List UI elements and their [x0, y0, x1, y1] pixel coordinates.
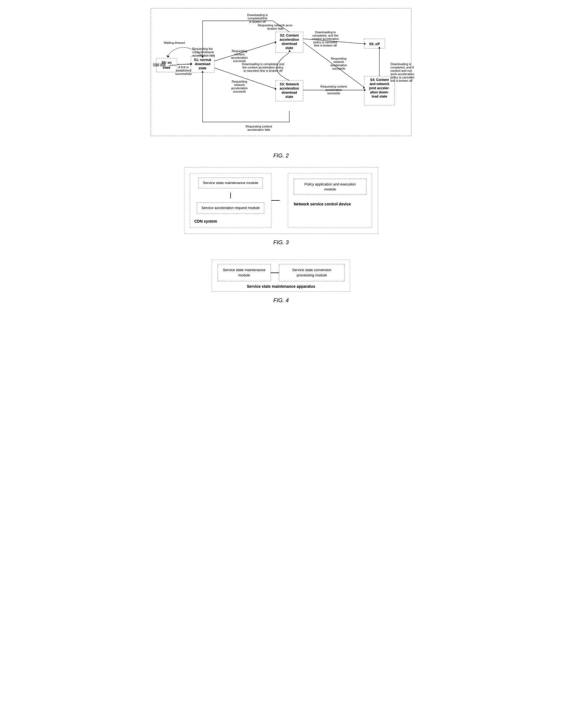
fig4-section: Service state maintenance module Service…: [146, 259, 416, 303]
svg-marker-32: [166, 55, 170, 58]
svg-text:succeeds: succeeds: [332, 67, 345, 70]
fig4-diagram: Service state maintenance module Service…: [212, 259, 350, 291]
svg-marker-77: [202, 71, 204, 73]
svg-text:acceleration: acceleration: [280, 38, 299, 42]
svg-text:A link is: A link is: [178, 65, 189, 69]
svg-text:joint acceler-: joint acceler-: [369, 86, 390, 90]
svg-text:completed, and the: completed, and the: [312, 34, 338, 37]
svg-text:download: download: [281, 91, 297, 95]
svg-text:is canceled /link is broken of: is canceled /link is broken off: [244, 69, 282, 72]
fig4-service-state-maintenance-module: Service state maintenance module: [218, 264, 271, 281]
fig3-label: FIG. 3: [146, 239, 416, 246]
svg-text:User visit: User visit: [153, 62, 166, 66]
svg-text:Requesting: Requesting: [232, 49, 247, 53]
fig4-service-state-conversion-module: Service state conversion processing modu…: [279, 264, 344, 281]
svg-marker-68: [364, 43, 366, 45]
svg-text:acceleration: acceleration: [231, 56, 248, 59]
svg-marker-81: [364, 89, 366, 91]
svg-text:network: network: [333, 60, 344, 63]
fig4-modules-row: Service state maintenance module Service…: [218, 264, 344, 281]
svg-text:acceleration: acceleration: [330, 63, 347, 67]
network-service-box: Policy application and execution module …: [288, 173, 372, 228]
svg-text:S3: Network: S3: Network: [280, 82, 299, 86]
fig3-diagram: Service state maintenance module Service…: [184, 167, 378, 234]
svg-text:work acceleration: work acceleration: [390, 72, 414, 76]
svg-text:Requesting: Requesting: [331, 57, 346, 60]
svg-text:content acceleration: content acceleration: [312, 37, 339, 40]
svg-text:the content acceleration polic: the content acceleration policy: [243, 66, 283, 69]
svg-text:completed, and the: completed, and the: [390, 66, 414, 69]
svg-text:network: network: [234, 83, 245, 86]
svg-text:S4: Content: S4: Content: [370, 78, 388, 82]
svg-text:established: established: [176, 69, 191, 72]
svg-text:leration fails: leration fails: [268, 27, 284, 30]
svg-text:ation down-: ation down-: [370, 90, 388, 94]
fig4-label: FIG. 4: [146, 297, 416, 304]
svg-text:download: download: [195, 62, 210, 66]
cdn-system-label: CDN system: [194, 219, 217, 223]
svg-text:content/network: content/network: [192, 50, 214, 54]
svg-text:succeeds: succeeds: [233, 90, 246, 93]
fig2-section: S0: on state S1: normal download state S…: [146, 6, 416, 159]
page: S0: on state S1: normal download state S…: [146, 6, 416, 304]
svg-text:acceleration: acceleration: [280, 86, 299, 90]
fig2-diagram: S0: on state S1: normal download state S…: [148, 6, 414, 150]
svg-text:Waiting-timeout: Waiting-timeout: [164, 41, 185, 44]
svg-text:is broken off: is broken off: [249, 20, 266, 23]
svg-text:acceleration: acceleration: [325, 88, 342, 91]
vertical-connector: [230, 193, 231, 198]
svg-text:Downloading is: Downloading is: [247, 13, 268, 17]
svg-text:Downloading is completed, and: Downloading is completed, and: [242, 62, 284, 66]
fig3-section: Service state maintenance module Service…: [146, 167, 416, 246]
svg-text:Requesting content: Requesting content: [246, 125, 272, 128]
svg-text:load state: load state: [372, 95, 387, 98]
svg-text:content and net-: content and net-: [390, 69, 413, 72]
svg-text:Requesting: Requesting: [232, 80, 247, 83]
svg-text:/link is broken off: /link is broken off: [314, 44, 337, 47]
service-acceleration-request-module: Service acceleration request module: [197, 202, 264, 213]
svg-text:successfully: successfully: [175, 72, 192, 75]
svg-text:state: state: [285, 95, 293, 99]
horizontal-connector: [271, 200, 280, 201]
svg-text:Downloading is: Downloading is: [315, 30, 336, 34]
svg-text:S2: Content: S2: Content: [280, 34, 298, 37]
svg-marker-85: [288, 50, 291, 52]
svg-text:S1: normal: S1: normal: [194, 58, 211, 62]
fig3-outer-box: Service state maintenance module Service…: [184, 167, 378, 234]
svg-text:Downloading is: Downloading is: [390, 62, 411, 66]
svg-text:acceleration fails: acceleration fails: [192, 54, 215, 57]
svg-text:policy is canceled: policy is canceled: [313, 40, 337, 44]
svg-text:state: state: [199, 66, 207, 70]
policy-application-module: Policy application and execution module: [294, 179, 366, 195]
svg-text:and network: and network: [370, 82, 389, 86]
fig4-connector: [271, 273, 279, 273]
fig4-outer-box: Service state maintenance module Service…: [212, 259, 350, 291]
network-service-label: Network service control device: [294, 202, 351, 206]
svg-text:completed/link: completed/link: [248, 17, 268, 20]
svg-text:download: download: [281, 42, 297, 46]
cdn-system-box: Service state maintenance module Service…: [190, 173, 271, 228]
svg-text:policy is canceled/: policy is canceled/: [390, 76, 414, 79]
svg-text:content: content: [235, 53, 245, 56]
svg-text:acceleration: acceleration: [231, 86, 248, 90]
svg-text:S5: off: S5: off: [369, 42, 380, 46]
service-state-maintenance-module: Service state maintenance module: [199, 177, 263, 189]
fig2-label: FIG. 2: [146, 152, 416, 159]
svg-text:state: state: [285, 46, 293, 50]
svg-marker-90: [378, 47, 380, 49]
svg-text:Requesting content: Requesting content: [320, 85, 347, 88]
svg-text:succeeds: succeeds: [327, 91, 340, 95]
svg-text:link is broken off: link is broken off: [390, 79, 413, 82]
fig4-apparatus-label: Service state maintenance apparatus: [218, 284, 344, 289]
svg-text:acceleration fails: acceleration fails: [248, 128, 270, 131]
svg-text:Requesting network acce-: Requesting network acce-: [258, 24, 293, 27]
